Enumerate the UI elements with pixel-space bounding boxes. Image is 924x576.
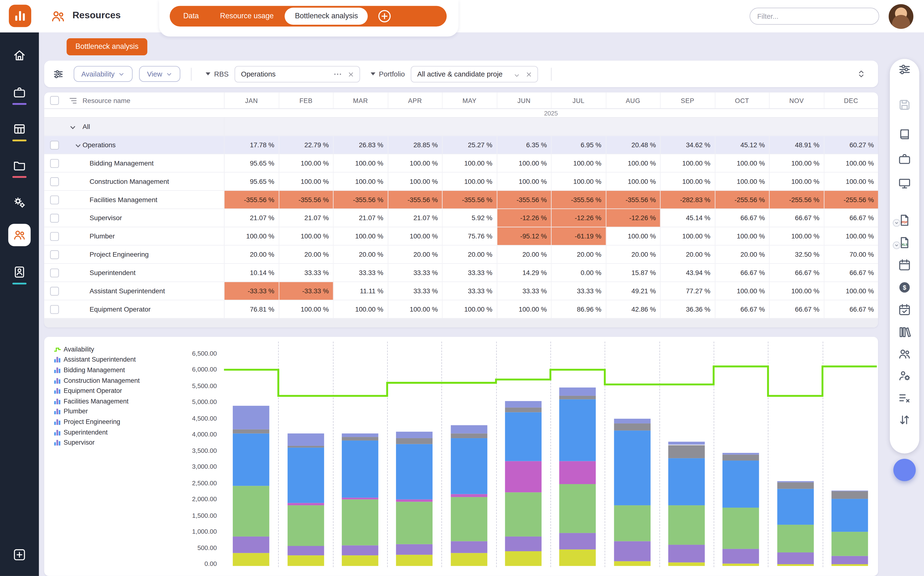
pdf-icon[interactable]: PDF [898, 213, 912, 227]
month-header[interactable]: JUL [552, 93, 606, 108]
expand-panel-icon[interactable] [857, 69, 866, 79]
table-row[interactable]: Supervisor21.07 %21.07 %21.07 %21.07 %5.… [44, 209, 878, 227]
availability-cell: 34.62 % [661, 136, 715, 154]
chart-logo-icon [12, 8, 28, 24]
month-header[interactable]: NOV [770, 93, 824, 108]
chevron-down-icon[interactable] [513, 70, 520, 77]
table-row[interactable]: Operations17.78 %22.79 %26.83 %28.85 %25… [44, 136, 878, 154]
y-axis-tick: 6,000.00 [164, 366, 217, 373]
filter-input[interactable] [749, 8, 879, 25]
sidebar-item-settings[interactable] [12, 195, 26, 210]
month-header[interactable]: OCT [715, 93, 770, 108]
bar-segment [722, 563, 759, 566]
month-header[interactable]: FEB [279, 93, 334, 108]
clear-rbs-icon[interactable] [347, 70, 355, 78]
sidebar-item-resources[interactable] [12, 228, 26, 242]
availability-cell: 100.00 % [715, 282, 770, 299]
portfolio-caret-icon[interactable] [371, 72, 375, 78]
availability-cell: 15.87 % [606, 264, 660, 282]
availability-cell: 28.85 % [388, 136, 443, 154]
availability-dropdown[interactable]: Availability [74, 66, 133, 82]
row-checkbox[interactable] [50, 177, 59, 186]
month-header[interactable]: SEP [661, 93, 715, 108]
excel-icon[interactable]: XLS [898, 235, 912, 250]
dollar-icon[interactable]: $ [898, 280, 912, 294]
availability-cell: 20.00 % [279, 246, 334, 263]
row-checkbox[interactable] [50, 268, 59, 277]
sidebar-item-reports[interactable] [12, 265, 26, 279]
month-header[interactable]: AUG [606, 93, 660, 108]
user-avatar[interactable] [889, 4, 913, 29]
y-axis-tick: 4,000.00 [164, 430, 217, 437]
row-checkbox[interactable] [50, 213, 59, 222]
column-settings-icon[interactable] [53, 68, 64, 80]
sidebar-item-files[interactable] [12, 158, 26, 173]
availability-cell: 86.96 % [552, 300, 606, 318]
download-badge-icon[interactable] [893, 219, 900, 227]
people-gear-icon[interactable] [898, 369, 912, 383]
download-badge-icon[interactable] [893, 242, 900, 249]
briefcase-icon[interactable] [898, 152, 912, 166]
calendar-icon[interactable] [898, 258, 912, 272]
list-x-icon[interactable] [898, 391, 912, 405]
more-options-icon[interactable] [333, 69, 342, 79]
table-row[interactable]: Bidding Management95.65 %100.00 %100.00 … [44, 154, 878, 173]
rbs-caret-icon[interactable] [206, 72, 211, 78]
calendar-check-icon[interactable] [898, 303, 912, 317]
presentation-icon[interactable] [898, 177, 912, 191]
row-checkbox[interactable] [50, 195, 59, 204]
expand-chevron-icon[interactable] [74, 141, 82, 149]
table-row[interactable]: Superintendent10.14 %33.33 %33.33 %33.33… [44, 264, 878, 282]
month-header[interactable]: MAY [443, 93, 497, 108]
hierarchy-icon[interactable] [68, 96, 78, 106]
month-header[interactable]: APR [388, 93, 443, 108]
portfolio-select[interactable]: All active & candidate proje [411, 66, 538, 82]
tab-data[interactable]: Data [173, 8, 209, 25]
library-icon[interactable] [898, 325, 912, 339]
tab-resource-usage[interactable]: Resource usage [210, 8, 284, 25]
table-row[interactable]: Equipment Operator76.81 %100.00 %100.00 … [44, 300, 878, 318]
table-row[interactable]: Plumber100.00 %100.00 %100.00 %100.00 %7… [44, 227, 878, 246]
month-header[interactable]: MAR [334, 93, 388, 108]
expand-chevron-icon[interactable] [69, 123, 77, 131]
floating-action-button[interactable] [894, 459, 916, 481]
month-header[interactable]: JAN [225, 93, 279, 108]
row-checkbox[interactable] [50, 232, 59, 241]
people-icon[interactable] [898, 347, 912, 361]
sidebar-item-home[interactable] [12, 48, 26, 62]
row-checkbox[interactable] [50, 141, 59, 149]
table-row[interactable]: All [44, 118, 878, 136]
bar-segment [287, 433, 324, 446]
view-dropdown[interactable]: View [140, 66, 181, 82]
app-logo[interactable] [9, 5, 31, 27]
row-checkbox[interactable] [50, 250, 59, 259]
month-header[interactable]: DEC [824, 93, 878, 108]
table-row[interactable]: Project Engineering20.00 %20.00 %20.00 %… [44, 246, 878, 264]
sidebar-item-add[interactable] [12, 547, 26, 562]
gridline [333, 342, 333, 567]
book-icon[interactable] [898, 127, 912, 141]
adjust-icon[interactable] [898, 62, 912, 77]
row-checkbox[interactable] [50, 286, 59, 296]
y-axis-tick: 3,000.00 [164, 463, 217, 470]
sidebar-item-equipment[interactable] [12, 122, 26, 136]
select-all-checkbox[interactable] [50, 96, 59, 105]
row-checkbox[interactable] [50, 305, 59, 314]
clear-portfolio-icon[interactable] [525, 70, 533, 78]
table-scrollbar-track[interactable] [44, 318, 878, 328]
month-header[interactable]: JUN [497, 93, 552, 108]
add-tab-button[interactable] [377, 9, 392, 24]
bottleneck-analysis-chip[interactable]: Bottleneck analysis [67, 38, 148, 55]
bar-segment [831, 556, 868, 564]
table-row[interactable]: Facilities Management-355.56 %-355.56 %-… [44, 191, 878, 209]
table-row[interactable]: Assistant Superintendent-33.33 %-33.33 %… [44, 282, 878, 300]
table-row[interactable]: Construction Management95.65 %100.00 %10… [44, 173, 878, 191]
sort-icon[interactable] [898, 413, 912, 427]
row-checkbox[interactable] [50, 159, 59, 168]
availability-cell: 70.00 % [824, 246, 878, 263]
rbs-select[interactable]: Operations [234, 66, 360, 82]
bar-segment [559, 396, 596, 399]
tab-bottleneck-analysis[interactable]: Bottleneck analysis [285, 8, 368, 25]
save-icon[interactable] [898, 98, 912, 112]
sidebar-item-projects[interactable] [12, 85, 26, 99]
